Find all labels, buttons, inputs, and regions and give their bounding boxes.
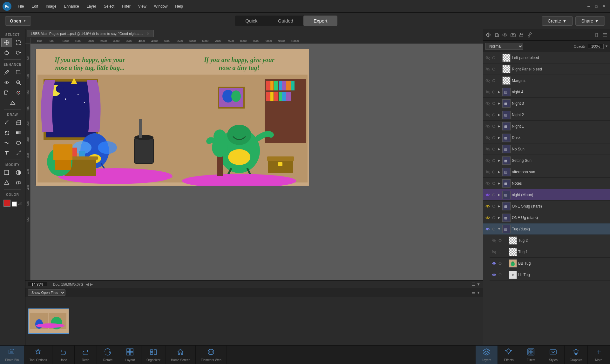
maximize-button[interactable]: □	[593, 3, 600, 10]
canvas-view[interactable]: If you are happy, give your nose a tiny …	[30, 44, 483, 280]
layer-expand-icon[interactable]: ▶	[497, 193, 501, 196]
dock-filters[interactable]: Filters	[520, 346, 542, 364]
layer-expand-icon[interactable]: ▶	[497, 147, 501, 151]
dock-styles[interactable]: Styles	[542, 346, 565, 364]
mode-quick[interactable]: Quick	[235, 16, 268, 26]
ellipse-tool[interactable]	[13, 138, 24, 148]
layer-expand-icon[interactable]: ▶	[497, 136, 501, 139]
minimize-button[interactable]: ─	[585, 3, 592, 10]
layer-item[interactable]: Margins	[483, 75, 610, 86]
move-layers-icon[interactable]	[485, 31, 492, 39]
bin-grid-view-icon[interactable]: ▼	[477, 290, 480, 295]
layer-visibility-toggle[interactable]	[485, 101, 490, 106]
eyedropper-tool[interactable]	[1, 68, 12, 77]
layer-visibility-toggle[interactable]	[485, 135, 490, 140]
layer-item[interactable]: ▶ ▤ No Sun	[483, 143, 610, 155]
layer-expand-icon[interactable]: ▶	[497, 216, 501, 219]
background-color[interactable]	[12, 202, 17, 207]
layer-expand-icon[interactable]: ▶	[497, 90, 501, 94]
dock-layout[interactable]: Layout	[119, 346, 141, 364]
smudge-tool[interactable]	[1, 138, 12, 148]
layer-visibility-toggle[interactable]	[485, 204, 490, 209]
link-icon[interactable]	[526, 31, 533, 39]
clone-tool[interactable]	[1, 88, 12, 97]
lock-icon[interactable]	[518, 31, 525, 39]
layer-item[interactable]: Lb Tug	[490, 269, 610, 281]
opacity-input[interactable]: 100%	[588, 44, 604, 49]
menu-view[interactable]: View	[135, 3, 150, 10]
open-button[interactable]: Open ▼	[5, 16, 31, 26]
layer-item[interactable]: Right Panel bleed	[483, 63, 610, 75]
move-tool[interactable]	[1, 38, 12, 47]
layer-visibility-toggle[interactable]	[485, 124, 490, 129]
text-tool[interactable]	[1, 148, 12, 158]
layer-item[interactable]: ▶ ▤ afternoon sun	[483, 166, 610, 178]
paint-bucket-tool[interactable]	[1, 128, 12, 137]
layer-visibility-toggle[interactable]	[485, 112, 490, 117]
menu-image[interactable]: Image	[43, 3, 59, 10]
layer-item[interactable]: Left panel bleed	[483, 52, 610, 63]
dock-home-screen[interactable]: Home Screen	[166, 346, 196, 364]
menu-enhance[interactable]: Enhance	[61, 3, 82, 10]
layer-expand-icon[interactable]: ▼	[497, 227, 501, 231]
layers-menu-icon[interactable]	[601, 31, 609, 39]
marquee-tool[interactable]	[13, 38, 24, 47]
menu-filter[interactable]: Filter	[119, 3, 134, 10]
layer-item[interactable]: ▶ ▤ Night 1	[483, 121, 610, 132]
bin-list-view-icon[interactable]: ☰	[472, 290, 475, 295]
layer-item[interactable]: ▶ ▤ Setting Sun	[483, 155, 610, 166]
panel-controls[interactable]: ☰ ▼	[472, 282, 480, 287]
menu-edit[interactable]: Edit	[28, 3, 41, 10]
layer-item[interactable]: ▶ ▤ night 4	[483, 86, 610, 98]
layer-visibility-toggle[interactable]	[485, 169, 490, 175]
foreground-color[interactable]	[3, 200, 10, 207]
layer-item[interactable]: ▶ ▤ ONE Snug (stars)	[483, 201, 610, 212]
dock-redo[interactable]: Redo	[75, 346, 97, 364]
menu-window[interactable]: Window	[151, 3, 171, 10]
close-button[interactable]: ✕	[600, 3, 607, 10]
layer-expand-icon[interactable]: ▶	[497, 159, 501, 162]
layer-visibility-toggle[interactable]	[491, 249, 497, 255]
tab-close-button[interactable]: ✕	[146, 31, 150, 36]
gradient-tool[interactable]	[13, 128, 24, 137]
layer-expand-icon[interactable]: ▶	[497, 124, 501, 128]
layer-visibility-toggle[interactable]	[485, 181, 490, 186]
zoom-input[interactable]: 14.93%	[28, 282, 47, 287]
canvas-tab[interactable]: LBBB Main Pages part 1.psd @ 14.9% (It i…	[27, 30, 154, 37]
layer-visibility-toggle[interactable]	[485, 78, 490, 83]
camera-icon[interactable]	[509, 31, 517, 39]
view-icon[interactable]	[501, 31, 509, 39]
dock-graphics[interactable]: Graphics	[565, 346, 588, 364]
dock-undo[interactable]: Undo	[52, 346, 75, 364]
healing-tool[interactable]	[1, 78, 12, 87]
dock-organizer[interactable]: Organizer	[141, 346, 166, 364]
photo-thumbnail[interactable]	[28, 308, 69, 334]
status-nav-arrows[interactable]: ◀ ▶	[86, 282, 92, 287]
dock-layers[interactable]: Layers	[476, 346, 498, 364]
shape-tool[interactable]	[1, 178, 12, 188]
eraser-tool[interactable]	[13, 118, 24, 127]
layer-visibility-toggle[interactable]	[491, 261, 497, 266]
layer-expand-icon[interactable]: ▶	[497, 182, 501, 185]
swap-colors-icon[interactable]: ⇄	[18, 201, 22, 207]
delete-layer-icon[interactable]	[593, 31, 600, 39]
layer-visibility-toggle[interactable]	[485, 192, 490, 197]
dock-more[interactable]: More	[588, 346, 610, 364]
lasso-tool[interactable]	[1, 48, 12, 57]
adjustment-tool[interactable]	[13, 168, 24, 177]
dock-effects[interactable]: Effects	[498, 346, 520, 364]
dock-tool-options[interactable]: Tool Options	[24, 346, 52, 364]
menu-select[interactable]: Select	[101, 3, 118, 10]
mode-guided[interactable]: Guided	[268, 16, 303, 26]
layer-expand-icon[interactable]: ▶	[497, 102, 501, 105]
red-eye-tool[interactable]	[13, 88, 24, 97]
layer-item[interactable]: BB Tug	[490, 258, 610, 269]
layer-visibility-toggle[interactable]	[485, 89, 490, 95]
brush-tool[interactable]	[1, 118, 12, 127]
perspective-tool[interactable]	[7, 98, 18, 108]
layer-visibility-toggle[interactable]	[485, 158, 490, 163]
layer-item[interactable]: Tug 1	[490, 246, 610, 258]
share-button[interactable]: Share ▼	[575, 16, 605, 26]
zoom-tool[interactable]	[13, 78, 24, 87]
layer-item[interactable]: ▶ ▤ ONE Ug (stars)	[483, 212, 610, 223]
